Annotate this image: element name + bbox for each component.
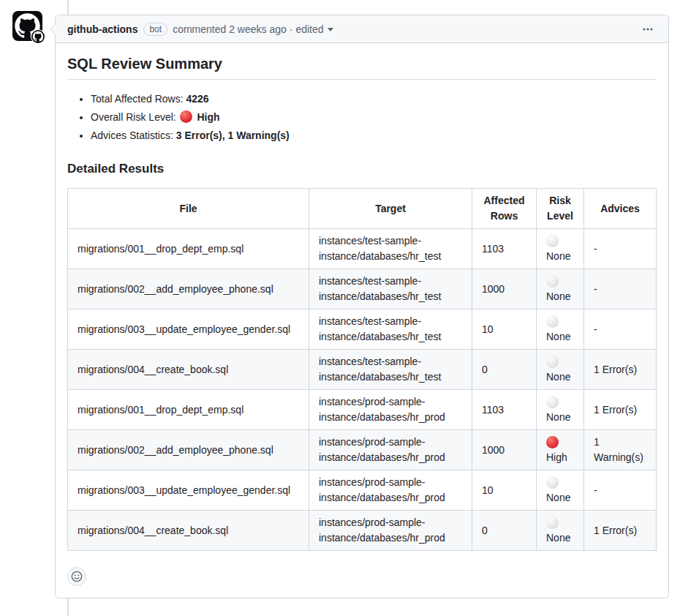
file-cell: migrations/003__update_employee_gender.s… <box>68 470 309 511</box>
target-cell: instances/test-sample-instance/databases… <box>309 269 472 309</box>
results-table: File Target Affected Rows Risk Level Adv… <box>67 188 657 551</box>
column-header-file: File <box>68 189 309 229</box>
risk-dot <box>546 235 559 247</box>
risk-dot <box>180 110 192 123</box>
affected-rows-cell: 0 <box>472 350 537 390</box>
risk-dot <box>546 315 559 328</box>
meta-separator: · <box>290 23 293 35</box>
table-row: migrations/003__update_employee_gender.s… <box>68 470 657 511</box>
risk-level-label: None <box>546 250 570 262</box>
risk-level-cell: None <box>537 390 584 430</box>
table-header-row: File Target Affected Rows Risk Level Adv… <box>68 189 657 229</box>
risk-level-label: None <box>546 492 570 503</box>
comment-body: SQL Review Summary Total Affected Rows: … <box>56 43 668 598</box>
comment-options-button[interactable] <box>639 20 657 38</box>
affected-rows-cell: 10 <box>472 470 537 511</box>
target-cell: instances/prod-sample-instance/databases… <box>309 390 472 430</box>
table-row: migrations/004__create_book.sql instance… <box>68 511 657 551</box>
file-cell: migrations/002__add_employee_phone.sql <box>68 430 309 470</box>
table-row: migrations/004__create_book.sql instance… <box>68 350 657 390</box>
edited-dropdown[interactable]: edited <box>295 23 333 35</box>
summary-item-risk-level: Overall Risk Level: High <box>91 110 657 125</box>
table-row: migrations/001__drop_dept_emp.sql instan… <box>68 229 657 269</box>
table-row: migrations/003__update_employee_gender.s… <box>68 309 657 350</box>
risk-dot <box>546 436 559 448</box>
affected-rows-cell: 1103 <box>472 229 537 269</box>
target-cell: instances/prod-sample-instance/databases… <box>309 430 472 470</box>
file-cell: migrations/002__add_employee_phone.sql <box>68 269 309 309</box>
advices-cell: - <box>584 269 657 309</box>
advices-stats-value: 3 Error(s), 1 Warning(s) <box>176 129 290 141</box>
add-reaction-button[interactable] <box>67 567 86 586</box>
advices-cell: 1 Warning(s) <box>584 430 657 470</box>
affected-rows-cell: 10 <box>472 309 537 350</box>
affected-rows-cell: 1000 <box>472 430 537 470</box>
risk-level-label: None <box>546 532 570 544</box>
table-row: migrations/002__add_employee_phone.sql i… <box>68 430 657 470</box>
affected-rows-cell: 0 <box>472 511 537 551</box>
target-cell: instances/test-sample-instance/databases… <box>309 229 472 269</box>
risk-dot <box>546 396 559 408</box>
risk-dot <box>546 517 559 529</box>
column-header-target: Target <box>309 189 472 229</box>
risk-level-cell: None <box>537 269 584 309</box>
kebab-horizontal-icon <box>642 23 654 35</box>
target-cell: instances/test-sample-instance/databases… <box>309 309 472 350</box>
reactions-bar <box>67 567 657 586</box>
risk-level-cell: None <box>537 229 584 269</box>
table-row: migrations/002__add_employee_phone.sql i… <box>68 269 657 309</box>
file-cell: migrations/004__create_book.sql <box>68 350 309 390</box>
file-cell: migrations/003__update_employee_gender.s… <box>68 309 309 350</box>
affected-rows-cell: 1103 <box>472 390 537 430</box>
file-cell: migrations/001__drop_dept_emp.sql <box>68 390 309 430</box>
column-header-advices: Advices <box>584 189 657 229</box>
risk-level-label: None <box>546 290 570 302</box>
comment-header: github-actions bot commented 2 weeks ago… <box>56 15 668 43</box>
risk-level-cell: None <box>537 511 584 551</box>
target-cell: instances/prod-sample-instance/databases… <box>309 511 472 551</box>
risk-level-cell: High <box>537 430 584 470</box>
risk-level-cell: None <box>537 470 584 511</box>
summary-item-advices: Advices Statistics: 3 Error(s), 1 Warnin… <box>91 128 657 143</box>
overall-risk-value: High <box>197 111 219 123</box>
edited-label: edited <box>295 23 323 35</box>
bot-badge: bot <box>143 23 167 36</box>
advices-cell: 1 Error(s) <box>584 390 657 430</box>
table-row: migrations/001__drop_dept_emp.sql instan… <box>68 390 657 430</box>
risk-dot <box>546 275 559 288</box>
advices-cell: 1 Error(s) <box>584 511 657 551</box>
comment-card: github-actions bot commented 2 weeks ago… <box>55 15 669 598</box>
avatar[interactable] <box>12 11 42 41</box>
target-cell: instances/prod-sample-instance/databases… <box>309 470 472 511</box>
advices-cell: - <box>584 229 657 269</box>
file-cell: migrations/001__drop_dept_emp.sql <box>68 229 309 269</box>
target-cell: instances/test-sample-instance/databases… <box>309 350 472 390</box>
risk-dot <box>546 356 559 368</box>
affected-rows-cell: 1000 <box>472 269 537 309</box>
summary-item-total-rows: Total Affected Rows: 4226 <box>91 91 657 107</box>
column-header-affected-rows: Affected Rows <box>472 189 537 229</box>
summary-list: Total Affected Rows: 4226 Overall Risk L… <box>67 91 657 143</box>
risk-level-label: None <box>546 371 570 383</box>
timestamp-link[interactable]: commented 2 weeks ago <box>173 23 287 35</box>
author-link[interactable]: github-actions <box>67 23 137 35</box>
file-cell: migrations/004__create_book.sql <box>68 511 309 551</box>
advices-cell: - <box>584 309 657 350</box>
github-mark-badge-icon <box>31 29 45 44</box>
risk-level-label: None <box>546 331 570 342</box>
risk-level-label: High <box>546 451 567 463</box>
smiley-icon <box>71 571 83 582</box>
section-title: Detailed Results <box>67 161 657 176</box>
risk-dot <box>546 476 559 489</box>
column-header-risk-level: Risk Level <box>537 189 584 229</box>
risk-level-cell: None <box>537 350 584 390</box>
risk-level-cell: None <box>537 309 584 350</box>
advices-cell: 1 Error(s) <box>584 350 657 390</box>
total-rows-value: 4226 <box>186 93 208 105</box>
chevron-down-icon <box>328 28 333 31</box>
risk-level-label: None <box>546 411 570 423</box>
advices-cell: - <box>584 470 657 511</box>
page-title: SQL Review Summary <box>67 55 657 80</box>
